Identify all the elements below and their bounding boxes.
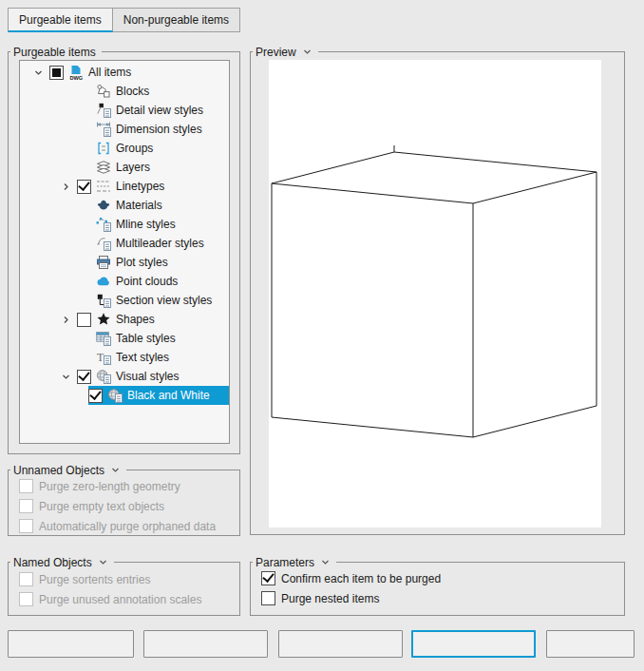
cube-wireframe <box>269 60 601 527</box>
tree-item-checkbox[interactable] <box>88 389 103 403</box>
checkbox-label: Purge unused annotation scales <box>39 593 201 606</box>
dwg-file-icon: DWG <box>68 65 84 80</box>
tree-item-label: Multileader styles <box>116 237 204 250</box>
tree-expand-chevron <box>59 351 72 364</box>
dimension-styles-icon <box>96 122 111 137</box>
section-view-styles-icon <box>96 293 111 308</box>
tree-expand-chevron <box>59 85 72 98</box>
parameters-group-title: Parameters <box>253 554 336 570</box>
chevron-right-icon[interactable] <box>59 313 72 326</box>
group-title-text: Unnamed Objects <box>13 464 104 477</box>
chevron-down-icon[interactable] <box>59 370 72 383</box>
tree-expand-chevron <box>59 294 72 307</box>
dialog-button-bar <box>0 630 644 659</box>
tree-expand-chevron <box>59 161 72 174</box>
tree-item-label: Section view styles <box>116 294 212 307</box>
purge-all-button[interactable] <box>278 630 403 658</box>
tree-item-label: Linetypes <box>116 180 164 193</box>
tree-item-point-clouds[interactable]: Point clouds <box>20 272 229 291</box>
tree-item-shapes[interactable]: Shapes <box>20 310 229 329</box>
tab-non-purgeable-items[interactable]: Non-purgeable items <box>113 8 240 32</box>
parameters-group: Parameters Confirm each item to be purge… <box>250 562 625 616</box>
detail-view-styles-icon <box>96 103 111 118</box>
tree-item-table-styles[interactable]: Table styles <box>20 329 229 348</box>
tree-item-materials[interactable]: Materials <box>20 196 229 215</box>
tab-purgeable-items[interactable]: Purgeable items <box>8 8 113 32</box>
purge-selected-button[interactable] <box>143 630 268 658</box>
checkbox-confirm-each-item-to-be-purged[interactable]: Confirm each item to be purged <box>251 568 624 588</box>
tree-item-visual-styles[interactable]: Visual styles <box>20 367 229 386</box>
help-button[interactable] <box>546 630 635 658</box>
tree-item-plot-styles[interactable]: Plot styles <box>20 253 229 272</box>
tree-item-blocks[interactable]: Blocks <box>20 82 229 101</box>
tree-item-checkbox[interactable] <box>77 370 91 384</box>
tree-item-text-styles[interactable]: T Text styles <box>20 348 229 367</box>
chevron-down-icon[interactable] <box>302 47 313 57</box>
tab-label: Purgeable items <box>19 13 102 27</box>
purgeable-items-group: Purgeable items DWG All items Blocks <box>8 51 240 454</box>
group-title-text: Parameters <box>256 556 314 569</box>
tree-item-all-items[interactable]: DWG All items <box>20 63 229 82</box>
tree-expand-chevron <box>59 142 72 155</box>
tree-item-label: Black and White <box>127 389 210 402</box>
tree-expand-chevron <box>59 332 72 345</box>
tab-bar: Purgeable items Non-purgeable items <box>8 8 240 32</box>
tree-item-dimension-styles[interactable]: Dimension styles <box>20 120 229 139</box>
tree-item-layers[interactable]: Layers <box>20 158 229 177</box>
checkbox-purge-nested-items[interactable]: Purge nested items <box>251 588 624 608</box>
checkbox-purge-sortents-entries: Purge sortents entries <box>9 569 239 589</box>
tree-item-mline-styles[interactable]: Mline styles <box>20 215 229 234</box>
checkbox-label: Purge nested items <box>281 592 379 605</box>
checkbox-automatically-purge-orphaned-data: Automatically purge orphaned data <box>9 516 239 536</box>
groups-icon <box>96 141 111 156</box>
tree-item-section-view-styles[interactable]: Section view styles <box>20 291 229 310</box>
chevron-down-icon[interactable] <box>98 557 108 567</box>
group-title-text: Named Objects <box>13 556 92 569</box>
purgeable-items-tree[interactable]: DWG All items Blocks Detail view styles <box>19 60 230 444</box>
tree-item-label: Materials <box>116 199 162 212</box>
tree-item-label: Text styles <box>116 351 169 364</box>
checkbox <box>19 572 33 586</box>
checkbox-label: Purge sortents entries <box>39 573 150 586</box>
checkbox[interactable] <box>261 571 275 585</box>
tree-item-checkbox[interactable] <box>77 313 91 327</box>
tree-item-label: Groups <box>116 142 153 155</box>
shapes-icon <box>96 312 111 327</box>
tree-item-groups[interactable]: Groups <box>20 139 229 158</box>
plot-styles-icon <box>96 255 111 270</box>
tree-item-label: Blocks <box>116 85 149 98</box>
chevron-down-icon[interactable] <box>110 465 121 475</box>
checkbox-label: Purge empty text objects <box>39 500 164 513</box>
purgeable-items-group-title: Purgeable items <box>10 44 102 60</box>
tree-expand-chevron <box>59 256 72 269</box>
checkbox[interactable] <box>261 591 275 605</box>
tree-item-label: All items <box>88 66 131 79</box>
tree-item-label: Layers <box>116 161 150 174</box>
tree-item-black-and-white[interactable]: Black and White <box>20 386 229 405</box>
svg-text:T: T <box>97 351 104 364</box>
close-button[interactable] <box>411 630 536 658</box>
tree-item-multileader-styles[interactable]: Multileader styles <box>20 234 229 253</box>
group-title-text: Purgeable items <box>13 46 96 59</box>
named-objects-group: Named Objects Purge sortents entries Pur… <box>8 562 240 616</box>
tree-item-checkbox[interactable] <box>77 180 91 194</box>
tree-item-label: Dimension styles <box>116 123 202 136</box>
named-objects-group-title: Named Objects <box>10 554 114 570</box>
tree-item-detail-view-styles[interactable]: Detail view styles <box>20 101 229 120</box>
tree-item-label: Detail view styles <box>116 104 203 117</box>
multileader-styles-icon <box>96 236 111 251</box>
tree-item-label: Shapes <box>116 313 155 326</box>
layers-icon <box>96 160 111 175</box>
preview-canvas <box>269 60 601 527</box>
collapse-all-button[interactable] <box>8 630 134 658</box>
tree-item-checkbox[interactable] <box>49 66 64 80</box>
svg-text:DWG: DWG <box>70 75 84 81</box>
visual-styles-icon <box>96 369 111 384</box>
preview-group-title: Preview <box>253 44 318 60</box>
unnamed-objects-group: Unnamed Objects Purge zero-length geomet… <box>8 470 240 536</box>
tree-item-linetypes[interactable]: Linetypes <box>20 177 229 196</box>
group-title-text: Preview <box>256 46 296 59</box>
chevron-right-icon[interactable] <box>59 180 72 193</box>
chevron-down-icon[interactable] <box>31 66 45 79</box>
chevron-down-icon[interactable] <box>320 557 331 567</box>
